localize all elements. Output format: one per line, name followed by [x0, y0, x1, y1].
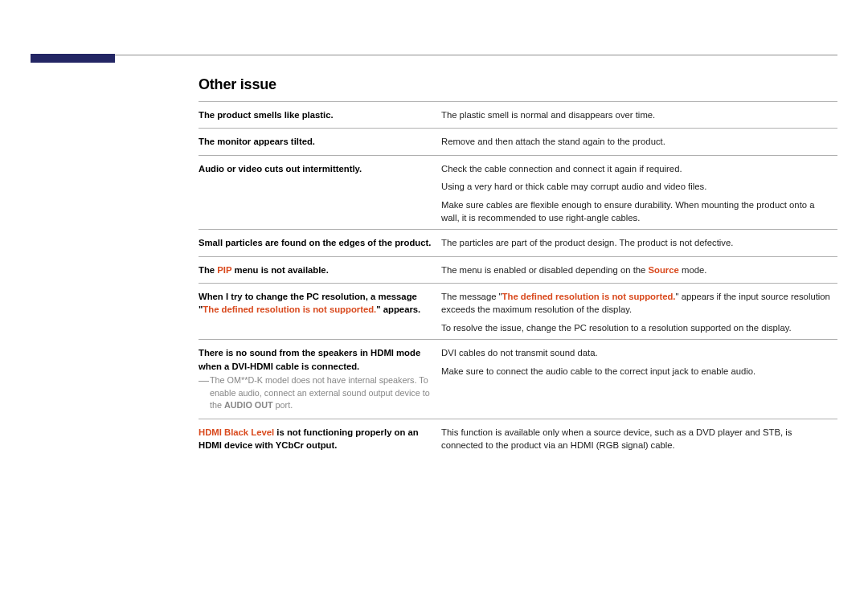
issue-label: There is no sound from the speakers in H… — [199, 340, 441, 419]
text-run: The product smells like plastic. — [199, 110, 334, 120]
paragraph: To resolve the issue, change the PC reso… — [441, 321, 833, 334]
table-row: The monitor appears tilted.Remove and th… — [199, 129, 837, 155]
text-run: To resolve the issue, change the PC reso… — [441, 323, 792, 333]
issue-description: The message "The defined resolution is n… — [441, 284, 837, 340]
text-run: menu is not available. — [231, 265, 329, 275]
table-row: When I try to change the PC resolution, … — [199, 284, 837, 340]
issue-label: When I try to change the PC resolution, … — [199, 284, 441, 340]
text-run: The defined resolution is not supported. — [203, 304, 376, 314]
paragraph: DVI cables do not transmit sound data. — [441, 346, 833, 359]
issue-description: The plastic smell is normal and disappea… — [441, 102, 837, 129]
paragraph: The message "The defined resolution is n… — [441, 290, 833, 317]
text-run: HDMI Black Level — [199, 427, 274, 437]
table-row: Small particles are found on the edges o… — [199, 230, 837, 256]
text-run: The defined resolution is not supported. — [502, 292, 676, 301]
paragraph: The particles are part of the product de… — [441, 236, 833, 249]
table-row: There is no sound from the speakers in H… — [199, 340, 837, 419]
text-run: The particles are part of the product de… — [441, 238, 733, 247]
content-area: Other issue The product smells like plas… — [199, 76, 837, 459]
text-run: There is no sound from the speakers in H… — [199, 348, 420, 370]
table-row: Audio or video cuts out intermittently.C… — [199, 155, 837, 230]
text-run: This function is available only when a s… — [441, 427, 792, 450]
issue-label: The PIP menu is not available. — [199, 256, 441, 283]
issue-label: HDMI Black Level is not functioning prop… — [199, 419, 441, 458]
issue-description: The particles are part of the product de… — [441, 230, 837, 256]
text-run: mode. — [679, 265, 707, 275]
paragraph: The plastic smell is normal and disappea… — [441, 108, 833, 121]
issue-description: The menu is enabled or disabled dependin… — [441, 256, 837, 283]
issue-label: Small particles are found on the edges o… — [199, 230, 441, 256]
page: Other issue The product smells like plas… — [0, 0, 868, 613]
text-run: Make sure cables are flexible enough to … — [441, 200, 815, 223]
paragraph: The menu is enabled or disabled dependin… — [441, 264, 833, 276]
footnote: ―The OM**D-K model does not have interna… — [199, 374, 432, 412]
issue-label: The product smells like plastic. — [199, 102, 441, 129]
paragraph: Check the cable connection and connect i… — [441, 162, 833, 175]
horizontal-rule — [31, 55, 837, 55]
text-run: " appears. — [376, 304, 420, 314]
text-run: The — [199, 265, 217, 275]
text-run: Make sure to connect the audio cable to … — [441, 366, 755, 376]
table-row: HDMI Black Level is not functioning prop… — [199, 419, 837, 458]
issue-description: This function is available only when a s… — [441, 419, 837, 458]
issue-table: The product smells like plastic.The plas… — [199, 101, 837, 459]
text-run: The message " — [441, 292, 502, 301]
paragraph: Make sure cables are flexible enough to … — [441, 198, 833, 225]
issue-description: DVI cables do not transmit sound data.Ma… — [441, 340, 837, 419]
paragraph: Remove and then attach the stand again t… — [441, 135, 833, 148]
text-run: Remove and then attach the stand again t… — [441, 137, 665, 146]
text-run: Source — [649, 265, 679, 275]
paragraph: This function is available only when a s… — [441, 426, 833, 452]
text-run: DVI cables do not transmit sound data. — [441, 348, 598, 358]
header-accent-bar — [31, 54, 115, 63]
issue-description: Check the cable connection and connect i… — [441, 155, 837, 230]
issue-label: Audio or video cuts out intermittently. — [199, 155, 441, 230]
issue-label: The monitor appears tilted. — [199, 129, 441, 155]
paragraph: Using a very hard or thick cable may cor… — [441, 180, 833, 193]
table-row: The product smells like plastic.The plas… — [199, 102, 837, 129]
table-row: The PIP menu is not available.The menu i… — [199, 256, 837, 283]
issue-description: Remove and then attach the stand again t… — [441, 129, 837, 155]
dash-icon: ― — [199, 374, 209, 389]
text-run: The monitor appears tilted. — [199, 137, 315, 146]
text-run: Using a very hard or thick cable may cor… — [441, 182, 706, 191]
text-run: Check the cable connection and connect i… — [441, 164, 682, 174]
text-run: PIP — [217, 265, 231, 275]
text-run: The plastic smell is normal and disappea… — [441, 110, 655, 120]
text-run: Audio or video cuts out intermittently. — [199, 164, 362, 174]
paragraph: Make sure to connect the audio cable to … — [441, 365, 833, 378]
text-run: The menu is enabled or disabled dependin… — [441, 265, 649, 275]
section-title: Other issue — [199, 76, 837, 93]
text-run: Small particles are found on the edges o… — [199, 238, 431, 247]
